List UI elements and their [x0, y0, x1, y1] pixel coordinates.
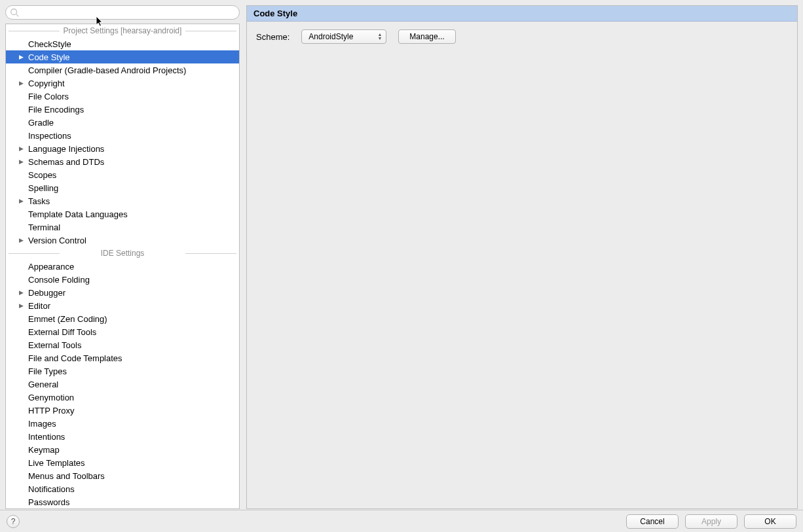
project-item[interactable]: ▶Schemas and DTDs	[6, 155, 239, 168]
ide-item[interactable]: Appearance	[6, 260, 239, 273]
panel-title: Code Style	[247, 6, 797, 22]
project-item[interactable]: Spelling	[6, 181, 239, 194]
tree-item-label: Inspections	[26, 131, 71, 141]
ide-item[interactable]: File Types	[6, 364, 239, 378]
help-button[interactable]: ?	[7, 515, 20, 528]
ide-item[interactable]: External Tools	[6, 338, 239, 351]
tree-item-label: Genymotion	[26, 393, 74, 402]
tree-item-label: Schemas and DTDs	[26, 157, 104, 167]
ide-item[interactable]: Images	[6, 417, 239, 430]
ide-item[interactable]: Console Folding	[6, 273, 239, 286]
ide-item[interactable]: Emmet (Zen Coding)	[6, 312, 239, 325]
tree-item-label: File and Code Templates	[26, 353, 122, 363]
tree-item-label: Appearance	[26, 262, 74, 272]
tree-item-label: External Tools	[26, 340, 81, 350]
tree-item-label: Live Templates	[26, 458, 84, 468]
expand-arrow-icon[interactable]: ▶	[16, 302, 26, 309]
section-ide-settings: IDE Settings	[6, 247, 239, 260]
project-item[interactable]: File Colors	[6, 90, 239, 103]
tree-item-label: File Colors	[26, 92, 69, 101]
ide-item[interactable]: HTTP Proxy	[6, 404, 239, 417]
ok-button[interactable]: OK	[744, 514, 796, 529]
expand-arrow-icon[interactable]: ▶	[16, 158, 26, 165]
project-item[interactable]: Gradle	[6, 116, 239, 129]
expand-arrow-icon[interactable]: ▶	[16, 289, 26, 296]
tree-item-label: Keymap	[26, 445, 60, 455]
expand-arrow-icon[interactable]: ▶	[16, 237, 26, 243]
ide-item[interactable]: Intentions	[6, 430, 239, 443]
tree-item-label: Emmet (Zen Coding)	[26, 314, 107, 324]
tree-item-label: File Encodings	[26, 105, 84, 115]
settings-sidebar: Project Settings [hearsay-android] Check…	[5, 5, 240, 509]
project-item[interactable]: File Encodings	[6, 103, 239, 116]
ide-item[interactable]: ▶Editor	[6, 299, 239, 312]
tree-item-label: Copyright	[26, 79, 65, 88]
ide-item[interactable]: Passwords	[6, 495, 239, 508]
tree-item-label: Editor	[26, 301, 50, 311]
expand-arrow-icon[interactable]: ▶	[16, 145, 26, 152]
scheme-combo-value: AndroidStyle	[308, 32, 353, 41]
project-item[interactable]: ▶Copyright	[6, 77, 239, 90]
ide-item[interactable]: External Diff Tools	[6, 325, 239, 338]
project-item[interactable]: Compiler (Gradle-based Android Projects)	[6, 63, 239, 77]
tree-item-label: Debugger	[26, 288, 65, 298]
project-item[interactable]: ▶Tasks	[6, 194, 239, 207]
project-item[interactable]: Terminal	[6, 221, 239, 234]
search-box[interactable]	[5, 5, 240, 20]
ide-item[interactable]: Keymap	[6, 443, 239, 456]
tree-item-label: General	[26, 380, 58, 389]
tree-item-label: Menus and Toolbars	[26, 471, 105, 481]
ide-item[interactable]: General	[6, 378, 239, 391]
tree-item-label: Scopes	[26, 170, 56, 180]
project-item[interactable]: ▶Language Injections	[6, 142, 239, 155]
project-item[interactable]: ▶Code Style	[6, 50, 239, 63]
tree-item-label: Spelling	[26, 183, 58, 193]
ide-item[interactable]: Notifications	[6, 482, 239, 495]
expand-arrow-icon[interactable]: ▶	[16, 80, 26, 86]
tree-item-label: Tasks	[26, 196, 50, 206]
section-project-settings: Project Settings [hearsay-android]	[6, 24, 239, 37]
settings-detail-panel: Code Style Scheme: AndroidStyle ▲▼ Manag…	[246, 5, 798, 509]
ide-item[interactable]: File and Code Templates	[6, 351, 239, 364]
tree-item-label: Terminal	[26, 222, 60, 232]
tree-item-label: CheckStyle	[26, 39, 71, 49]
scheme-label: Scheme:	[256, 32, 289, 42]
manage-button[interactable]: Manage...	[398, 29, 455, 44]
apply-button[interactable]: Apply	[685, 514, 738, 529]
tree-item-label: File Types	[26, 366, 67, 376]
tree-item-label: HTTP Proxy	[26, 406, 75, 416]
tree-item-label: Compiler (Gradle-based Android Projects)	[26, 65, 186, 75]
tree-item-label: Language Injections	[26, 144, 104, 154]
expand-arrow-icon[interactable]: ▶	[16, 54, 26, 60]
tree-item-label: External Diff Tools	[26, 327, 96, 337]
project-item[interactable]: CheckStyle	[6, 37, 239, 50]
tree-item-label: Notifications	[26, 484, 75, 494]
scheme-combo[interactable]: AndroidStyle ▲▼	[301, 29, 386, 44]
ide-item[interactable]: ▶Debugger	[6, 286, 239, 299]
tree-item-label: Passwords	[26, 497, 70, 507]
search-input[interactable]	[22, 6, 234, 19]
tree-item-label: Template Data Languages	[26, 209, 128, 219]
project-item[interactable]: Template Data Languages	[6, 207, 239, 221]
dialog-footer: ? Cancel Apply OK	[0, 510, 803, 532]
ide-item[interactable]: Live Templates	[6, 456, 239, 469]
tree-item-label: Version Control	[26, 236, 86, 245]
tree-item-label: Code Style	[26, 52, 70, 62]
tree-item-label: Gradle	[26, 118, 54, 128]
updown-icon: ▲▼	[377, 33, 382, 41]
settings-tree[interactable]: Project Settings [hearsay-android] Check…	[5, 24, 240, 509]
svg-line-1	[16, 14, 19, 17]
ide-item[interactable]: Menus and Toolbars	[6, 469, 239, 482]
ide-item[interactable]: Genymotion	[6, 391, 239, 404]
project-item[interactable]: ▶Version Control	[6, 234, 239, 247]
cancel-button[interactable]: Cancel	[626, 514, 679, 529]
svg-point-0	[11, 9, 17, 15]
expand-arrow-icon[interactable]: ▶	[16, 198, 26, 204]
project-item[interactable]: Scopes	[6, 168, 239, 181]
tree-item-label: Images	[26, 419, 56, 429]
search-icon	[10, 8, 19, 17]
project-item[interactable]: Inspections	[6, 129, 239, 142]
tree-item-label: Console Folding	[26, 275, 90, 285]
tree-item-label: Intentions	[26, 432, 65, 442]
